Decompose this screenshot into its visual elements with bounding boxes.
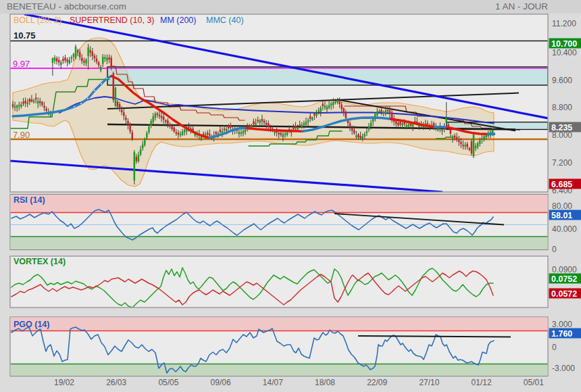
svg-text:27/10: 27/10 [419,378,439,387]
svg-text:7.200: 7.200 [552,158,572,168]
svg-text:14/07: 14/07 [263,378,283,387]
svg-text:10.400: 10.400 [552,48,577,57]
svg-text:BOLL (20, 2): BOLL (20, 2) [14,16,61,25]
svg-text:09/06: 09/06 [211,378,231,387]
svg-text:-3.000: -3.000 [552,364,575,373]
svg-text:3.000: 3.000 [552,320,572,329]
svg-text:10.700: 10.700 [551,39,577,49]
svg-text:05/05: 05/05 [158,378,178,387]
svg-text:1 AN - JOUR: 1 AN - JOUR [495,1,548,11]
svg-text:11.200: 11.200 [552,19,576,28]
svg-text:6.685: 6.685 [551,180,572,189]
svg-text:05/01: 05/01 [524,378,544,387]
svg-text:0.0572: 0.0572 [551,289,577,299]
svg-text:9.97: 9.97 [13,59,30,69]
svg-text:PGO (14): PGO (14) [14,320,50,329]
svg-text:01/12: 01/12 [472,378,492,387]
svg-text:0.0752: 0.0752 [551,274,577,284]
svg-text:80.00: 80.00 [552,201,572,211]
svg-text:MMC (40): MMC (40) [206,16,244,25]
svg-text:RSI (14): RSI (14) [14,195,45,205]
svg-text:0: 0 [552,343,557,352]
svg-text:0.0900: 0.0900 [552,265,577,274]
svg-text:0: 0 [552,245,557,254]
svg-text:22/09: 22/09 [367,378,387,387]
svg-text:SUPERTREND (10, 3): SUPERTREND (10, 3) [70,16,155,25]
svg-text:10.75: 10.75 [14,30,36,41]
svg-text:58.01: 58.01 [551,211,572,220]
svg-text:26/03: 26/03 [106,378,126,387]
svg-text:40.000: 40.000 [552,224,577,234]
svg-text:18/08: 18/08 [315,378,335,387]
svg-text:8.800: 8.800 [552,103,572,112]
svg-text:BENETEAU - abcbourse.com: BENETEAU - abcbourse.com [7,1,126,11]
svg-text:7.90: 7.90 [13,130,30,140]
svg-text:MM (200): MM (200) [160,16,196,25]
svg-text:19/02: 19/02 [54,378,74,387]
svg-text:1.760: 1.760 [551,329,572,339]
svg-text:8.235: 8.235 [551,123,572,132]
svg-text:9.600: 9.600 [552,76,572,85]
svg-text:VORTEX (14): VORTEX (14) [14,257,66,266]
